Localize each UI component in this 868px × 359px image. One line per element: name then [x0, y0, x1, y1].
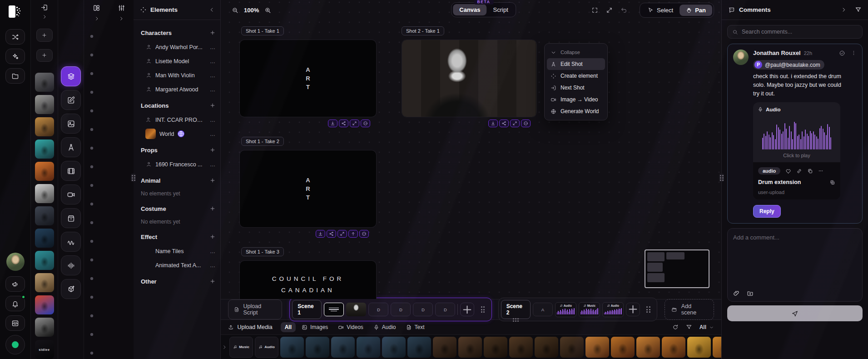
- element-more-icon[interactable]: …: [210, 117, 216, 123]
- tool-edit-button[interactable]: [61, 90, 81, 110]
- tool-image-button[interactable]: [61, 114, 81, 134]
- filter-comments-funnel-icon[interactable]: [855, 6, 862, 13]
- element-more-icon[interactable]: …: [210, 72, 216, 79]
- tool-film-button[interactable]: [61, 161, 81, 181]
- add-scene-button[interactable]: Add scene: [665, 299, 714, 320]
- media-audio-tile[interactable]: Audio: [255, 337, 278, 358]
- shot-more-button[interactable]: [361, 120, 370, 127]
- zoom-out-icon[interactable]: [232, 7, 238, 14]
- fit-view-icon[interactable]: [591, 7, 598, 14]
- shot-slot[interactable]: D: [435, 303, 455, 316]
- mention-chip[interactable]: P @paul@beaulake.com: [753, 60, 824, 70]
- add-locations-button[interactable]: [209, 102, 216, 109]
- element-item[interactable]: Margaret Atwood…: [141, 82, 216, 96]
- scene-audio-clip[interactable]: Music: [579, 302, 600, 317]
- media-thumbnail[interactable]: [357, 337, 380, 358]
- media-tab-audio[interactable]: Audio: [369, 322, 400, 332]
- audio-waveform[interactable]: [758, 115, 836, 150]
- media-thumbnail[interactable]: [560, 337, 584, 358]
- add-generation-button-2[interactable]: [36, 49, 53, 62]
- media-thumbnail[interactable]: [662, 337, 685, 358]
- menu-item-collapse[interactable]: Collapse: [547, 46, 605, 58]
- shot-label[interactable]: Shot 1 - Take 1: [241, 26, 284, 35]
- media-tab-images[interactable]: Images: [298, 322, 332, 332]
- shuffle-button[interactable]: [5, 29, 25, 45]
- tool-videocam-button[interactable]: [61, 184, 81, 204]
- search-comments-input[interactable]: Search comments...: [727, 25, 863, 39]
- media-thumbnail[interactable]: [306, 337, 329, 358]
- media-thumbnail[interactable]: [280, 337, 304, 358]
- media-tab-videos[interactable]: Videos: [334, 322, 367, 332]
- shot-expand-button[interactable]: [350, 120, 359, 127]
- add-animal-button[interactable]: [209, 177, 216, 184]
- shot-slot[interactable]: A: [533, 303, 553, 316]
- shot-share-button[interactable]: [327, 230, 336, 238]
- generation-thumbnail[interactable]: sidlee: [35, 340, 54, 359]
- shot-share-button[interactable]: [339, 120, 348, 127]
- app-logo-icon[interactable]: [7, 4, 24, 19]
- generation-thumbnail[interactable]: [35, 73, 54, 92]
- notifications-button[interactable]: [5, 296, 25, 311]
- attach-file-icon[interactable]: [733, 290, 740, 297]
- shot-card-4[interactable]: COUNCIL FORCANADIAN: [240, 261, 376, 299]
- media-thumbnail[interactable]: [433, 337, 456, 358]
- generation-thumbnail[interactable]: [35, 162, 54, 181]
- media-thumbnail[interactable]: [585, 337, 609, 358]
- add-other-button[interactable]: [209, 278, 216, 284]
- menu-item-generate-world[interactable]: Generate World: [547, 105, 605, 117]
- shot-more-button[interactable]: [359, 230, 369, 238]
- pan-tool-button[interactable]: Pan: [680, 5, 712, 16]
- collapse-comments-chevron-icon[interactable]: [841, 7, 847, 13]
- tool-box-button[interactable]: [61, 208, 81, 228]
- shot-expand-button[interactable]: [510, 120, 520, 127]
- user-avatar[interactable]: [6, 253, 25, 271]
- tool-layers-button[interactable]: [61, 66, 81, 86]
- media-thumbnail[interactable]: [636, 337, 660, 358]
- shot-card-2[interactable]: [402, 40, 536, 117]
- shot-slot[interactable]: D: [391, 303, 411, 316]
- panel-resize-handle[interactable]: [719, 174, 724, 182]
- resolve-comment-icon[interactable]: [839, 50, 845, 56]
- shot-slot[interactable]: D: [413, 303, 433, 316]
- audio-player[interactable]: Audio Click to play: [753, 102, 840, 162]
- canvas[interactable]: 100% BETA Canvas Script: [221, 0, 721, 299]
- canvas-minimap[interactable]: [645, 249, 709, 288]
- media-thumbnail[interactable]: [458, 337, 482, 358]
- shot-slot[interactable]: D: [368, 303, 388, 316]
- element-item[interactable]: World…: [141, 127, 216, 141]
- element-more-icon[interactable]: …: [210, 131, 216, 137]
- shot-label[interactable]: Shot 1 - Take 2: [241, 137, 284, 146]
- generation-thumbnail[interactable]: [35, 184, 54, 203]
- shot-download-button[interactable]: [488, 120, 498, 127]
- copy-icon[interactable]: [807, 168, 813, 174]
- duplicate-icon[interactable]: [829, 180, 835, 185]
- element-item[interactable]: Lisette Model…: [141, 54, 216, 68]
- element-more-icon[interactable]: …: [210, 44, 216, 50]
- tool-cube-button[interactable]: [61, 279, 81, 299]
- panel-resize-handle[interactable]: [131, 174, 136, 182]
- element-item[interactable]: INT. CCAR PROM...…: [141, 113, 216, 127]
- projects-button[interactable]: [5, 68, 25, 84]
- generation-thumbnail[interactable]: [35, 229, 54, 248]
- shot-slot-thumbnail[interactable]: [324, 303, 344, 316]
- media-thumbnail[interactable]: [484, 337, 507, 358]
- shot-share-button[interactable]: [499, 120, 509, 127]
- element-item[interactable]: Name Tiles…: [141, 244, 216, 258]
- like-icon[interactable]: [785, 168, 791, 174]
- tool-compass-button[interactable]: [61, 137, 81, 157]
- shot-more-button[interactable]: [521, 120, 531, 127]
- menu-item-edit-shot[interactable]: Edit Shot: [547, 58, 605, 70]
- upload-script-button[interactable]: Upload Script: [228, 299, 282, 319]
- collapse-elements-chevron-icon[interactable]: [209, 7, 215, 13]
- scroll-left-chevron-icon[interactable]: [222, 344, 228, 350]
- media-thumbnail[interactable]: [509, 337, 533, 358]
- online-status-button[interactable]: [5, 335, 25, 354]
- sliders-icon[interactable]: [118, 4, 125, 12]
- announcements-button[interactable]: [5, 276, 25, 292]
- zoom-in-icon[interactable]: [264, 7, 271, 14]
- more-options-icon[interactable]: [818, 168, 823, 174]
- shot-download-button[interactable]: [316, 230, 325, 238]
- add-shot-button[interactable]: [626, 303, 640, 316]
- element-item[interactable]: Animated Text A...…: [141, 258, 216, 272]
- refresh-icon[interactable]: [672, 324, 679, 330]
